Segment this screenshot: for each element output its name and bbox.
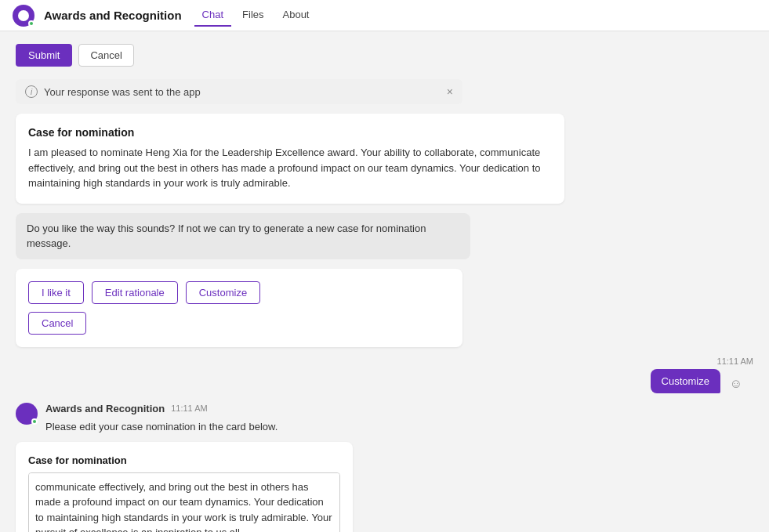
app-logo — [13, 5, 34, 27]
header: Awards and Recognition Chat Files About — [0, 0, 769, 31]
bot-avatar — [16, 403, 38, 425]
right-msg-time: 11:11 AM — [717, 356, 753, 366]
top-submit-actions: Submit Cancel — [16, 44, 753, 70]
top-cancel-button[interactable]: Cancel — [78, 44, 133, 67]
i-like-it-button[interactable]: I like it — [28, 281, 84, 304]
edit-rationale-button[interactable]: Edit rationale — [92, 281, 178, 304]
right-bubble: Customize — [651, 369, 720, 393]
top-banner-text: Your response was sent to the app — [44, 86, 201, 98]
right-message-group: 11:11 AM Customize ☺ — [16, 356, 753, 393]
action-row-1: I like it Edit rationale Customize — [28, 281, 450, 304]
smiley-icon: ☺ — [727, 375, 745, 393]
action-buttons-card: I like it Edit rationale Customize Cance… — [16, 269, 462, 347]
nav-chat[interactable]: Chat — [194, 4, 231, 27]
nav-files[interactable]: Files — [234, 4, 271, 27]
header-nav: Chat Files About — [194, 4, 317, 27]
action-row-2: Cancel — [28, 312, 450, 335]
bot-message-row: Awards and Recognition 11:11 AM Please e… — [16, 403, 753, 432]
top-submit-button[interactable]: Submit — [16, 44, 72, 67]
bot-online-dot — [31, 418, 38, 425]
cancel-button[interactable]: Cancel — [28, 312, 86, 335]
bot-content: Awards and Recognition 11:11 AM Please e… — [45, 403, 277, 432]
bot-time: 11:11 AM — [171, 404, 207, 413]
top-info-banner: i Your response was sent to the app × — [16, 79, 462, 104]
bot-text: Please edit your case nomination in the … — [45, 421, 277, 432]
question-bubble: Do you like the way this sounds? If not … — [16, 213, 470, 259]
app-title: Awards and Recognition — [44, 9, 182, 22]
nomination-card-body: I am pleased to nominate Heng Xia for th… — [28, 145, 552, 191]
nav-about[interactable]: About — [275, 4, 317, 27]
logo-inner — [18, 10, 29, 21]
edit-card-title: Case for nomination — [28, 454, 340, 466]
chat-area: Submit Cancel i Your response was sent t… — [0, 31, 769, 532]
online-dot — [28, 20, 34, 27]
nomination-card: Case for nomination I am pleased to nomi… — [16, 114, 564, 204]
top-banner-close[interactable]: × — [447, 85, 453, 98]
edit-textarea[interactable] — [28, 472, 340, 533]
nomination-card-title: Case for nomination — [28, 126, 552, 139]
bot-name: Awards and Recognition — [45, 403, 165, 414]
bot-meta: Awards and Recognition 11:11 AM — [45, 403, 277, 414]
right-message-row: Customize ☺ — [651, 369, 753, 393]
edit-card: Case for nomination Submit Cancel — [16, 442, 353, 533]
info-icon: i — [25, 85, 38, 98]
customize-button[interactable]: Customize — [186, 281, 260, 304]
